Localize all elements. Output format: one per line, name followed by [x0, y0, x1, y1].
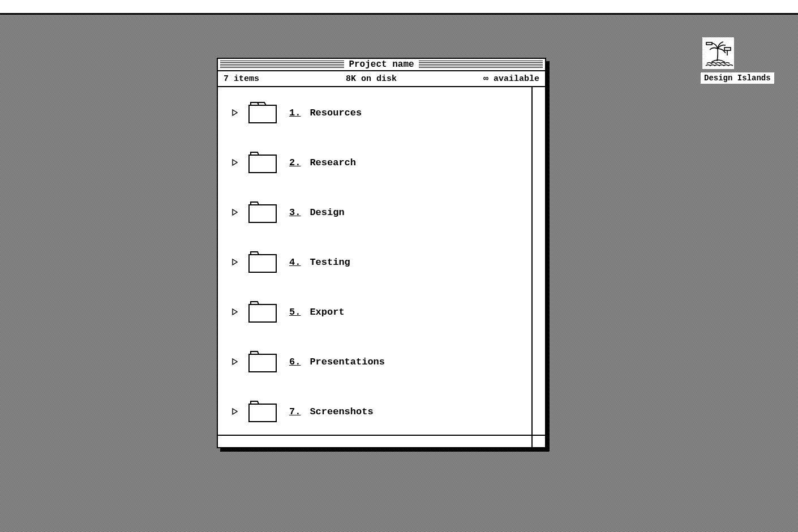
svg-rect-4 [249, 105, 276, 123]
svg-rect-14 [249, 354, 276, 372]
window-info-bar: 7 items 8K on disk ∞ available [218, 71, 545, 87]
svg-rect-10 [249, 255, 276, 272]
desktop-disk-icon[interactable]: Design Islands [701, 37, 736, 84]
folder-icon [247, 300, 278, 324]
horizontal-scrollbar[interactable] [218, 436, 533, 447]
disclosure-triangle-icon[interactable] [231, 358, 238, 365]
info-item-count: 7 items [224, 74, 259, 84]
svg-marker-15 [233, 409, 237, 414]
folder-row[interactable]: 2. Research [231, 151, 520, 174]
folder-icon [247, 200, 278, 224]
folder-icon [247, 250, 278, 274]
folder-number: 7. [289, 406, 301, 417]
folder-number: 5. [289, 307, 301, 318]
disclosure-triangle-icon[interactable] [231, 109, 238, 116]
info-available: ∞ available [483, 74, 539, 84]
svg-marker-7 [233, 209, 237, 215]
folder-icon [247, 350, 278, 374]
folder-label[interactable]: Export [310, 307, 344, 318]
folder-number: 6. [289, 357, 301, 367]
svg-marker-13 [233, 359, 237, 364]
folder-row[interactable]: 7. Screenshots [231, 400, 520, 423]
window-titlebar[interactable]: Project name [218, 59, 545, 71]
svg-rect-8 [249, 205, 276, 222]
disclosure-triangle-icon[interactable] [231, 308, 238, 315]
svg-marker-3 [233, 110, 237, 115]
svg-rect-6 [249, 155, 276, 173]
folder-label[interactable]: Research [310, 157, 356, 168]
folder-label[interactable]: Screenshots [310, 406, 373, 417]
folder-list: 1. Resources 2. Research [218, 87, 533, 435]
island-disk-icon [702, 37, 734, 69]
disclosure-triangle-icon[interactable] [231, 159, 238, 166]
folder-number: 3. [289, 207, 301, 218]
folder-icon [247, 151, 278, 174]
folder-icon [247, 400, 278, 423]
folder-row[interactable]: 3. Design [231, 200, 520, 224]
folder-number: 4. [289, 257, 301, 268]
svg-rect-16 [249, 404, 276, 422]
resize-handle[interactable] [533, 436, 545, 447]
desktop-disk-label[interactable]: Design Islands [701, 72, 774, 84]
finder-window: Project name 7 items 8K on disk ∞ availa… [217, 58, 546, 448]
vertical-scrollbar[interactable] [533, 87, 545, 435]
folder-row[interactable]: 4. Testing [231, 250, 520, 274]
svg-marker-5 [233, 160, 237, 165]
folder-row[interactable]: 6. Presentations [231, 350, 520, 374]
svg-marker-11 [233, 309, 237, 315]
folder-icon [247, 101, 278, 125]
folder-row[interactable]: 5. Export [231, 300, 520, 324]
folder-row[interactable]: 1. Resources [231, 101, 520, 125]
svg-rect-12 [249, 304, 276, 322]
disclosure-triangle-icon[interactable] [231, 408, 238, 415]
svg-rect-2 [706, 42, 712, 45]
folder-number: 2. [289, 157, 301, 168]
menu-bar[interactable] [0, 0, 798, 15]
folder-number: 1. [289, 108, 301, 118]
window-title: Project name [344, 59, 418, 70]
disclosure-triangle-icon[interactable] [231, 209, 238, 216]
folder-label[interactable]: Resources [310, 108, 362, 118]
info-disk-used: 8K on disk [346, 74, 397, 84]
svg-marker-9 [233, 259, 237, 265]
folder-label[interactable]: Presentations [310, 357, 385, 367]
folder-label[interactable]: Testing [310, 257, 350, 268]
disclosure-triangle-icon[interactable] [231, 259, 238, 265]
folder-label[interactable]: Design [310, 207, 344, 218]
svg-rect-0 [724, 48, 731, 50]
